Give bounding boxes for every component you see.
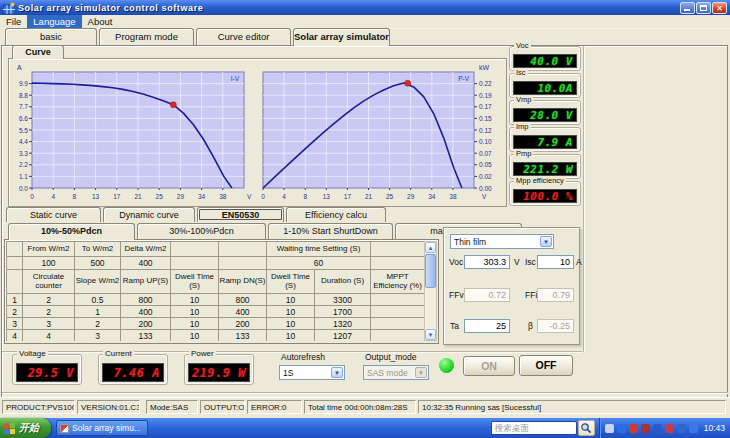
-field[interactable]: -0.25 (537, 319, 574, 333)
start-button[interactable]: 开始 (0, 418, 51, 438)
table-cell[interactable]: 3 (75, 330, 121, 342)
tray-icon-5[interactable] (653, 424, 662, 433)
pv-type-select[interactable]: Thin film ▼ (450, 234, 554, 249)
table-cell[interactable]: 3300 (315, 294, 371, 306)
table-cell[interactable]: 10 (267, 294, 315, 306)
tab-curve-editor[interactable]: Curve editor (196, 28, 291, 45)
tab-static-curve[interactable]: Static curve (6, 207, 101, 222)
table-cell[interactable]: 100 (23, 257, 75, 270)
table-cell[interactable]: 800 (219, 294, 267, 306)
taskbar-task-button[interactable]: Solar array simu... (56, 420, 148, 436)
table-cell[interactable]: 400 (121, 306, 171, 318)
table-cell[interactable]: 60 (267, 257, 371, 270)
table-cell[interactable]: 10 (267, 318, 315, 330)
scroll-down-button[interactable]: ▼ (425, 329, 436, 340)
table-cell[interactable]: 400 (121, 257, 171, 270)
table-cell[interactable]: 10 (171, 330, 219, 342)
scroll-thumb[interactable] (425, 254, 436, 288)
off-button[interactable]: OFF (519, 355, 573, 376)
close-button[interactable]: ✕ (712, 2, 727, 14)
table-cell[interactable]: 1207 (315, 330, 371, 342)
table-cell[interactable]: 133 (219, 330, 267, 342)
table-cell[interactable]: 133 (121, 330, 171, 342)
tab-basic[interactable]: basic (5, 28, 97, 45)
on-button[interactable]: ON (463, 356, 515, 376)
output-mode-select[interactable]: SAS mode ▼ (363, 365, 429, 380)
table-cell[interactable] (219, 257, 267, 270)
table-cell[interactable]: 10 (267, 330, 315, 342)
taskbar: 开始 Solar array simu... 搜索桌面 10:43 (0, 418, 730, 438)
row-number[interactable]: 2 (7, 306, 23, 318)
minimize-button[interactable] (680, 2, 695, 14)
tab-program-mode[interactable]: Program mode (99, 28, 194, 45)
table-cell[interactable]: 1700 (315, 306, 371, 318)
row-number[interactable]: 3 (7, 318, 23, 330)
desktop-search-input[interactable]: 搜索桌面 (491, 421, 577, 435)
row-number[interactable]: 1 (7, 294, 23, 306)
table-cell[interactable]: 3 (23, 318, 75, 330)
ffi-field[interactable]: 0.79 (537, 288, 574, 302)
table-cell[interactable]: 2 (23, 306, 75, 318)
table-cell[interactable]: 200 (219, 318, 267, 330)
tab-en50530[interactable]: EN50530 (197, 207, 284, 222)
screen: Solar array simulator control software ✕… (0, 0, 730, 438)
maximize-button[interactable] (696, 2, 711, 14)
tab-10-50-pdcn[interactable]: 10%-50%Pdcn (8, 223, 135, 240)
table-cell[interactable]: 10 (267, 306, 315, 318)
table-cell[interactable]: 200 (121, 318, 171, 330)
table-cell[interactable]: 0.5 (75, 294, 121, 306)
autorefresh-select[interactable]: 1S ▼ (279, 365, 345, 380)
table-cell[interactable]: 1320 (315, 318, 371, 330)
svg-text:0.15: 0.15 (479, 115, 492, 122)
table-header-cell: Dwell Time (S) (171, 270, 219, 294)
table-cell[interactable] (371, 306, 425, 318)
voc-field[interactable]: 303.3 (464, 255, 510, 269)
taskbar-clock[interactable]: 10:43 (703, 423, 730, 433)
table-cell[interactable]: 800 (121, 294, 171, 306)
table-cell[interactable] (371, 257, 425, 270)
table-cell[interactable]: 10 (171, 306, 219, 318)
row-number[interactable]: 4 (7, 330, 23, 342)
table-cell[interactable] (371, 294, 425, 306)
table-header-cell (371, 242, 425, 257)
tray-icon-6[interactable] (665, 424, 674, 433)
window-title: Solar array simulator control software (18, 3, 679, 13)
tray-icon-4[interactable] (641, 424, 650, 433)
table-cell[interactable]: 2 (75, 318, 121, 330)
ta-field[interactable]: 25 (464, 319, 510, 333)
tab-efficiency-calcu[interactable]: Efficiency calcu (286, 207, 386, 222)
tab-1-10-start-shurtdown[interactable]: 1-10% Start ShurtDown (268, 223, 393, 239)
table-cell[interactable]: 400 (219, 306, 267, 318)
tray-icon-2[interactable] (617, 424, 626, 433)
table-cell[interactable] (171, 257, 219, 270)
search-button[interactable] (578, 420, 595, 436)
svg-text:0.02: 0.02 (479, 173, 492, 180)
table-header-cell: Delta W/m2 (121, 242, 171, 257)
ffv-field[interactable]: 0.72 (464, 288, 510, 302)
menu-file[interactable]: File (0, 15, 27, 28)
scroll-up-button[interactable]: ▲ (425, 242, 436, 253)
tray-icon-3[interactable] (629, 424, 638, 433)
tab-curve[interactable]: Curve (12, 45, 64, 59)
tray-icon-8[interactable] (689, 424, 698, 433)
table-cell[interactable] (7, 257, 23, 270)
table-cell[interactable]: 2 (23, 294, 75, 306)
tray-icon-1[interactable] (605, 424, 614, 433)
table-cell[interactable]: 10 (171, 318, 219, 330)
tray-icon-7[interactable] (677, 424, 686, 433)
menu-about[interactable]: About (82, 15, 119, 28)
table-cell[interactable]: 500 (75, 257, 121, 270)
table-cell[interactable]: 4 (23, 330, 75, 342)
table-scrollbar[interactable]: ▲ ▼ (424, 241, 437, 341)
table-cell[interactable] (371, 330, 425, 342)
tab-30-100-pdcn[interactable]: 30%-100%Pdcn (137, 223, 266, 239)
output-status-led (439, 358, 454, 373)
menu-language[interactable]: Language (27, 15, 81, 28)
tab-dynamic-curve[interactable]: Dynamic curve (103, 207, 195, 222)
table-header-cell: Waiting time Setting (S) (267, 242, 371, 257)
table-cell[interactable]: 10 (171, 294, 219, 306)
isc-field[interactable]: 10 (537, 255, 574, 269)
table-cell[interactable]: 1 (75, 306, 121, 318)
table-cell[interactable] (371, 318, 425, 330)
tab-solar-array-simulator[interactable]: Solar array simulator (293, 28, 390, 46)
